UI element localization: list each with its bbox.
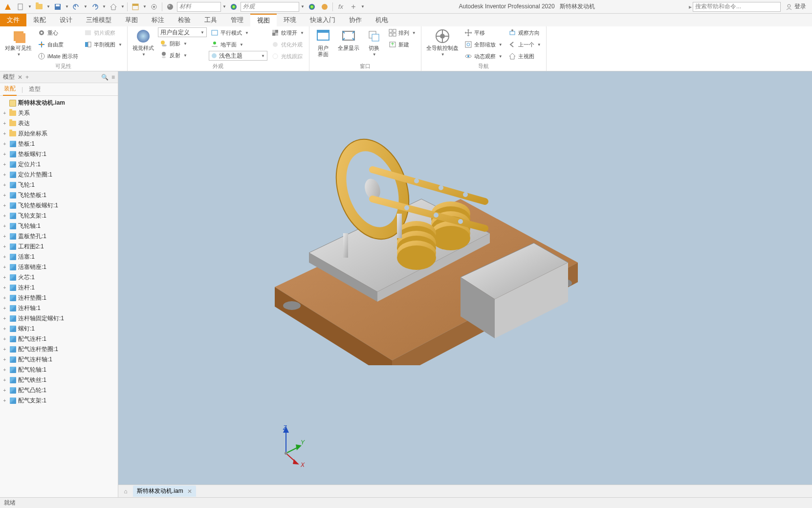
- tree-item[interactable]: +配气连杆垫圈:1: [0, 344, 118, 354]
- tree-item[interactable]: +定位片垫圈:1: [0, 170, 118, 180]
- browser-tab-assembly[interactable]: 装配: [3, 83, 17, 96]
- reflection-button[interactable]: 反射▼: [158, 50, 207, 61]
- parallel-mode-button[interactable]: 平行模式▼: [209, 27, 267, 38]
- material-combo-dropdown[interactable]: ▼: [222, 4, 227, 9]
- tree-expand-icon[interactable]: +: [2, 398, 7, 403]
- tree-expand-icon[interactable]: +: [2, 172, 7, 177]
- fx-button[interactable]: fx: [335, 1, 347, 13]
- tree-item[interactable]: +飞轮垫板螺钉:1: [0, 200, 118, 211]
- tree-expand-icon[interactable]: +: [2, 193, 7, 198]
- home-button[interactable]: [108, 1, 119, 13]
- tree-expand-icon[interactable]: +: [2, 275, 7, 280]
- tree-expand-icon[interactable]: +: [2, 203, 7, 208]
- tree-item[interactable]: +配气连杆轴:1: [0, 354, 118, 365]
- steering-wheel-button[interactable]: 全导航控制盘 ▼: [424, 27, 461, 58]
- tree-item[interactable]: +活塞销座:1: [0, 262, 118, 272]
- app-logo[interactable]: [2, 1, 14, 13]
- login-button[interactable]: 登录: [782, 2, 810, 11]
- tab-视图[interactable]: 视图: [250, 14, 277, 26]
- browser-close[interactable]: ✕: [18, 74, 22, 81]
- properties-dropdown[interactable]: ▼: [142, 4, 147, 9]
- tree-item[interactable]: +飞轮轴:1: [0, 221, 118, 231]
- tree-expand-icon[interactable]: +: [2, 265, 7, 270]
- redo-button[interactable]: [89, 1, 101, 13]
- appearance-combo-dropdown[interactable]: ▼: [300, 4, 305, 9]
- tree-expand-icon[interactable]: +: [2, 285, 7, 290]
- tree-expand-icon[interactable]: +: [2, 141, 7, 147]
- tree-item[interactable]: +飞轮:1: [0, 180, 118, 190]
- tab-检验[interactable]: 检验: [171, 14, 198, 26]
- home-view-button[interactable]: 主视图: [506, 51, 543, 62]
- tab-协作[interactable]: 协作: [342, 14, 369, 26]
- doc-tab-active[interactable]: 斯特林发动机.iam ✕: [133, 486, 196, 497]
- arrange-button[interactable]: 排列▼: [387, 27, 418, 38]
- visual-style-button[interactable]: 视觉样式 ▼: [131, 27, 156, 58]
- open-dropdown[interactable]: ▼: [46, 4, 51, 9]
- tree-expand-icon[interactable]: +: [2, 234, 7, 239]
- model-tree[interactable]: 斯特林发动机.iam+关系+表达+原始坐标系+垫板:1+垫板螺钉:1+定位片:1…: [0, 96, 118, 497]
- tree-item[interactable]: +连杆垫圈:1: [0, 293, 118, 303]
- tree-item[interactable]: +飞轮垫板:1: [0, 190, 118, 200]
- tree-item[interactable]: +飞轮支架:1: [0, 211, 118, 221]
- material-combo[interactable]: 材料: [177, 2, 221, 12]
- viewport-3d[interactable]: Z Y X ⌂ 斯特林发动机.iam ✕: [118, 71, 812, 497]
- ground-plane-button[interactable]: 地平面▼: [209, 39, 267, 50]
- tree-expand-icon[interactable]: +: [2, 110, 7, 116]
- undo-button[interactable]: [70, 1, 82, 13]
- tree-item[interactable]: +垫板:1: [0, 139, 118, 149]
- tree-item[interactable]: +连杆:1: [0, 283, 118, 293]
- tree-expand-icon[interactable]: +: [2, 347, 7, 352]
- tree-expand-icon[interactable]: +: [2, 152, 7, 157]
- browser-add-tab[interactable]: +: [25, 74, 29, 81]
- tab-工具[interactable]: 工具: [198, 14, 224, 26]
- open-button[interactable]: [33, 1, 45, 13]
- title-arrow[interactable]: ▸: [689, 3, 692, 10]
- appearance-sphere-icon[interactable]: [228, 1, 240, 13]
- tree-item[interactable]: +工程图2:1: [0, 242, 118, 252]
- tree-expand-icon[interactable]: +: [2, 357, 7, 362]
- doc-home-button[interactable]: ⌂: [120, 486, 131, 496]
- appearance-combo[interactable]: 外观: [241, 2, 299, 12]
- fullscreen-button[interactable]: 全屏显示: [336, 27, 361, 52]
- tab-环境[interactable]: 环境: [277, 14, 303, 26]
- tree-item[interactable]: +配气连杆:1: [0, 334, 118, 344]
- material-sphere-icon[interactable]: [164, 1, 176, 13]
- tree-item[interactable]: +活塞:1: [0, 252, 118, 262]
- visual-style-combo[interactable]: 用户自定义▼: [158, 27, 207, 37]
- new-button[interactable]: [15, 1, 26, 13]
- tree-expand-icon[interactable]: +: [2, 244, 7, 249]
- browser-menu-icon[interactable]: ≡: [111, 74, 115, 81]
- tree-item[interactable]: +火芯:1: [0, 272, 118, 283]
- tree-expand-icon[interactable]: +: [2, 295, 7, 301]
- tree-expand-icon[interactable]: +: [2, 254, 7, 260]
- texture-button[interactable]: 纹理开▼: [269, 27, 306, 38]
- plus-button[interactable]: +: [348, 1, 359, 13]
- tab-file[interactable]: 文件: [0, 14, 26, 26]
- tree-item[interactable]: +连杆轴:1: [0, 303, 118, 313]
- clear-overrides-icon[interactable]: [319, 1, 330, 13]
- browser-tab-modeling[interactable]: 造型: [28, 83, 42, 95]
- tab-机电[interactable]: 机电: [369, 14, 395, 26]
- tree-expand-icon[interactable]: +: [2, 316, 7, 321]
- tab-三维模型[interactable]: 三维模型: [79, 14, 118, 26]
- properties-button[interactable]: [130, 1, 141, 13]
- tree-item[interactable]: +连杆轴固定螺钉:1: [0, 313, 118, 324]
- doc-tab-close[interactable]: ✕: [187, 488, 192, 495]
- tree-item[interactable]: +关系: [0, 108, 118, 118]
- half-section-button[interactable]: 半剖视图▼: [82, 39, 124, 50]
- tree-item[interactable]: +配气铁丝:1: [0, 375, 118, 385]
- tab-快速入门[interactable]: 快速入门: [303, 14, 342, 26]
- look-at-button[interactable]: 观察方向: [506, 27, 543, 38]
- new-dropdown[interactable]: ▼: [27, 4, 32, 9]
- switch-button[interactable]: 切换 ▼: [363, 27, 385, 58]
- home-dropdown[interactable]: ▼: [120, 4, 125, 9]
- tab-草图[interactable]: 草图: [118, 14, 145, 26]
- orbit-button[interactable]: 动态观察▼: [462, 51, 505, 62]
- pan-button[interactable]: 平移: [462, 27, 505, 38]
- browser-search-icon[interactable]: 🔍: [101, 74, 109, 81]
- object-visibility-button[interactable]: 对象可见性 ▼: [3, 27, 34, 58]
- tree-expand-icon[interactable]: +: [2, 306, 7, 311]
- tree-expand-icon[interactable]: +: [2, 326, 7, 331]
- tree-item[interactable]: +配气支架:1: [0, 396, 118, 406]
- imate-button[interactable]: iiMate 图示符: [36, 51, 80, 62]
